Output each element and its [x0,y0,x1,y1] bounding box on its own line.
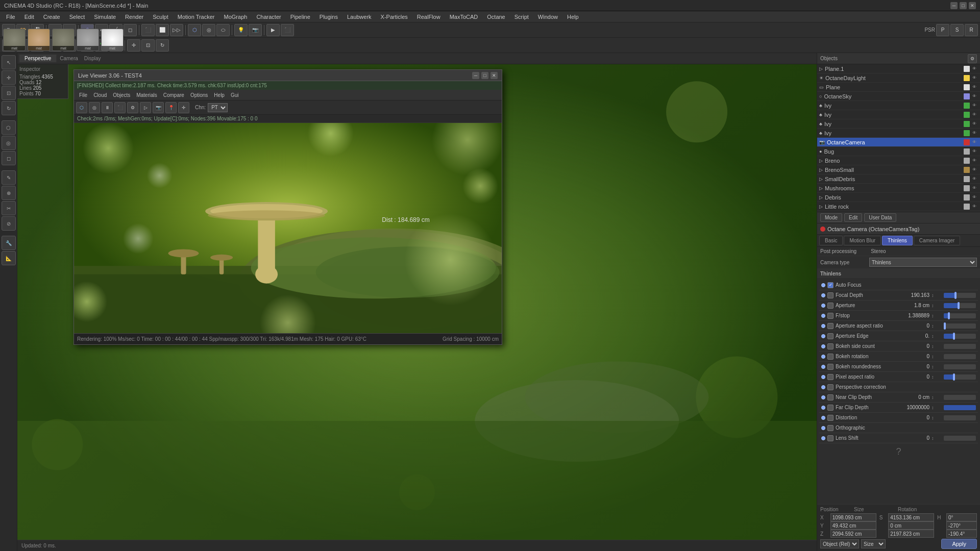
mode-btn-edit[interactable]: Edit [844,213,862,222]
hier-little-rock[interactable]: ▷ Little rock 👁 [817,202,980,211]
hier-mushrooms[interactable]: ▷ Mushrooms 👁 [817,184,980,193]
stop-btn[interactable]: ⬛ [281,24,294,36]
cylinder-btn[interactable]: ⬭ [216,24,230,36]
sphere-btn[interactable]: ◎ [202,24,215,36]
ivy3-vis[interactable]: 👁 [971,120,978,128]
menu-pipeline[interactable]: Pipeline [286,13,314,21]
maximize-button[interactable]: □ [960,2,967,9]
close-button[interactable]: ✕ [969,2,976,9]
near-clip-slider[interactable] [944,395,976,400]
ivy1-vis[interactable]: 👁 [971,102,978,109]
size-z-input[interactable] [888,530,934,538]
lv-view-btn[interactable]: 📷 [153,102,164,113]
hier-ivy2[interactable]: ♣ Ivy 👁 [817,110,980,119]
camera-type-select[interactable]: Thinlens Fisheye Panoramic [869,258,977,267]
camera-btn[interactable]: 📷 [249,24,262,36]
lv-menu-compare[interactable]: Compare [160,92,187,98]
menu-laubwerk[interactable]: Laubwerk [343,13,376,21]
mode-btn-userdata[interactable]: User Data [864,213,896,222]
lv-maximize[interactable]: □ [481,72,488,79]
hier-debris[interactable]: ▷ Debris 👁 [817,193,980,202]
lv-menu-options[interactable]: Options [187,92,211,98]
lv-pause-btn[interactable]: ⏸ [102,102,113,113]
lens-shift-slider[interactable] [944,436,976,441]
hierarchy-options[interactable]: ⚙ [968,54,977,63]
tool-move[interactable]: ✛ [2,70,16,85]
bokeh-side-count-slider[interactable] [944,344,976,349]
hier-breno[interactable]: ▷ Breno 👁 [817,156,980,165]
cam-tab-cameraimager[interactable]: Camera Imager [914,236,960,245]
lv-menu-cloud[interactable]: Cloud [90,92,110,98]
tool-3[interactable]: ◎ [2,136,16,150]
rot-x-input[interactable] [946,513,977,521]
vp-tab-persp[interactable]: Perspective [19,55,57,62]
lv-close[interactable]: ✕ [491,72,498,79]
hier-octanesky[interactable]: ○ OctaneSky 👁 [817,92,980,101]
aperture-edge-check[interactable] [827,333,834,339]
psr-s[interactable]: S [950,24,964,36]
breno-small-vis[interactable]: 👁 [971,166,978,173]
bokeh-side-count-check[interactable] [827,343,834,349]
scale-tool[interactable]: ⊡ [141,39,155,52]
bug-vis[interactable]: 👁 [971,148,978,155]
lv-pin-btn[interactable]: 📍 [165,102,177,113]
hier-octanecam[interactable]: 📷 OctaneCamera 👁 [817,138,980,147]
lv-rec-btn[interactable]: ⬛ [114,102,126,113]
bokeh-roundedness-slider[interactable] [944,364,976,369]
mode-btn-mode[interactable]: Mode [820,213,842,222]
lv-minimize[interactable]: ─ [472,72,479,79]
smalldebris-vis[interactable]: 👁 [971,176,978,183]
rot-y-input[interactable] [946,521,977,530]
menu-character[interactable]: Character [252,13,285,21]
menu-realflow[interactable]: RealFlow [413,13,445,21]
menu-help[interactable]: Help [563,13,583,21]
size-x-input[interactable] [888,513,934,521]
aperture-check[interactable] [827,303,834,309]
plane1-vis[interactable]: 👁 [971,65,978,72]
ivy2-vis[interactable]: 👁 [971,111,978,118]
rot-z-input[interactable] [946,530,977,538]
distortion-slider[interactable] [944,415,976,420]
render-all[interactable]: ▷▷ [170,24,183,36]
render-region[interactable]: ⬜ [156,24,169,36]
psr-r[interactable]: R [965,24,978,36]
tool-rotate[interactable]: ↻ [2,101,16,115]
focal-depth-slider[interactable] [944,293,976,298]
menu-script[interactable]: Script [510,13,533,21]
orthographic-check[interactable] [827,425,834,431]
aperture-slider[interactable] [944,303,976,308]
persp-correction-check[interactable] [827,384,834,390]
lv-move-btn[interactable]: ✛ [178,102,189,113]
lv-menu-file[interactable]: File [76,92,90,98]
lv-menu-gui[interactable]: Gui [228,92,242,98]
tool-7[interactable]: ✂ [2,201,16,215]
menu-maxtocad[interactable]: MaxToCAD [446,13,482,21]
lv-octane-btn[interactable]: ⬡ [76,102,87,113]
aperture-aspect-slider[interactable] [944,323,976,329]
menu-select[interactable]: Select [65,13,89,21]
lv-menu-help[interactable]: Help [211,92,228,98]
plane-vis[interactable]: 👁 [971,84,978,91]
hier-breno-small[interactable]: ▷ BrenoSmall 👁 [817,165,980,174]
debris-vis[interactable]: 👁 [971,194,978,201]
bokeh-rotation-check[interactable] [827,354,834,360]
menu-window[interactable]: Window [534,13,562,21]
lv-render-btn[interactable]: ▷ [140,102,151,113]
lv-render-canvas[interactable]: Dist : 184.689 cm [74,123,502,333]
mode-poly[interactable]: ◻ [124,24,137,36]
distortion-check[interactable] [827,415,834,421]
hier-octanedaylight[interactable]: ☀ OctaneDayLight 👁 [817,73,980,83]
pixel-aspect-slider[interactable] [944,374,976,380]
move-tool[interactable]: ✛ [127,39,140,52]
hier-bug[interactable]: ● Bug 👁 [817,147,980,156]
bokeh-roundedness-check[interactable] [827,364,834,370]
little-rock-vis[interactable]: 👁 [971,203,978,210]
hier-ivy3[interactable]: ♣ Ivy 👁 [817,119,980,129]
cam-vis[interactable]: 👁 [971,139,978,146]
mushrooms-vis[interactable]: 👁 [971,185,978,192]
hier-ivy1[interactable]: ♣ Ivy 👁 [817,101,980,110]
daylight-vis[interactable]: 👁 [971,74,978,82]
lv-menu-objects[interactable]: Objects [110,92,133,98]
pos-x-input[interactable] [830,513,876,521]
apply-button[interactable]: Apply [941,539,977,549]
